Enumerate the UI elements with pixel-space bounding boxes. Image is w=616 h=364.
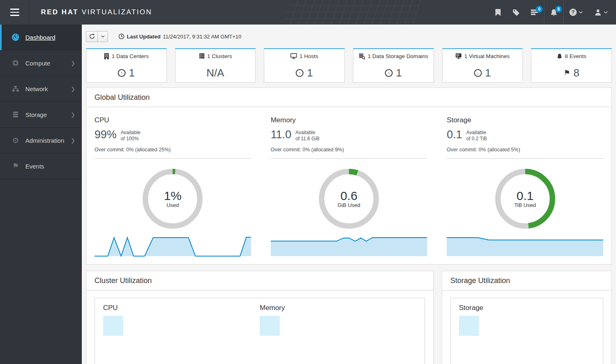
divider [94,158,251,159]
hamburger-icon [10,9,19,10]
cpu-available-value: 99% [94,129,117,140]
card-data-centers[interactable]: 1 Data Centers ↑ 1 [86,48,167,83]
last-updated: Last Updated 11/24/2017, 9:31:32 AM GMT+… [119,34,241,40]
brand-bold: RED HAT [41,8,79,16]
refresh-icon [89,34,95,39]
virtual-machine-icon [455,53,462,59]
user-help-group [563,0,616,25]
heatmap-cell[interactable] [103,316,123,336]
bookmarks-button[interactable] [489,0,507,25]
storage-utilization-body: Storage > 90% 75-90% 65-75% < 65% [450,298,603,364]
sidebar-item-storage[interactable]: Storage ❯ [0,102,82,128]
help-menu-button[interactable] [564,0,589,25]
sidebar-item-label: Dashboard [25,34,55,41]
cluster-cpu-heatmap: CPU [103,304,260,364]
heatmap-cell[interactable] [260,316,280,336]
notifications-badge: 8 [555,6,562,13]
chevron-right-icon: ❯ [71,86,75,92]
card-title: 8 Events [565,53,587,60]
cpu-utilization-column: CPU 99% Available of 100% Over commit: 0… [94,116,251,257]
cpu-sparkline-chart [94,236,251,257]
notifications-button[interactable]: 8 [544,0,563,25]
card-title: 1 Virtual Machines [464,53,510,60]
sidebar: Dashboard Compute ❯ Network ❯ Storage ❯ … [0,25,82,364]
last-updated-value: 11/24/2017, 9:31:32 AM GMT+10 [163,34,241,40]
storage-utilization-title: Storage Utilization [442,271,612,290]
flag-icon: ⚑ [564,69,570,76]
available-label: Available [295,130,315,135]
user-menu-button[interactable] [589,0,616,25]
card-events[interactable]: 8 Events ⚑ 8 [531,48,612,83]
nav-toggle-button[interactable] [0,0,29,25]
card-value: 8 [573,67,579,78]
arrow-up-circle-icon: ↑ [296,69,304,77]
bookmark-icon [495,9,501,16]
refresh-button[interactable] [86,31,98,42]
masthead-decor-pattern [282,0,421,25]
chevron-down-icon [101,35,105,38]
chevron-down-icon [604,11,608,13]
chevron-right-icon: ❯ [71,112,75,118]
sidebar-item-compute[interactable]: Compute ❯ [0,50,82,76]
card-virtual-machines[interactable]: 1 Virtual Machines ↓ 1 [442,48,523,83]
memory-donut-label: GiB Used [337,202,360,208]
storage-sparkline-chart [447,236,603,257]
card-value: 1 [129,67,135,78]
sidebar-item-label: Administration [25,137,64,144]
storage-heading: Storage [447,116,603,124]
arrow-up-circle-icon: ↑ [385,69,393,77]
last-updated-label: Last Updated [127,34,160,40]
sidebar-item-label: Events [25,163,44,170]
memory-donut-chart: 0.6 GiB Used [319,169,379,229]
help-icon [569,9,577,16]
heatmap-label: CPU [103,304,260,312]
sidebar-item-network[interactable]: Network ❯ [0,76,82,102]
card-clusters[interactable]: 1 Clusters N/A [175,48,256,83]
compute-chip-icon [11,59,20,67]
storage-donut-value: 0.1 [517,189,534,202]
storage-utilization-column: Storage 0.1 Available of 0.2 TiB Over co… [447,116,603,257]
masthead: RED HATVIRTUALIZATION 0 8 [0,0,616,25]
storage-available-value: 0.1 [447,129,462,140]
chevron-right-icon: ❯ [71,60,75,66]
storage-heatmap: Storage [459,304,527,364]
cluster-memory-heatmap: Memory [260,304,416,364]
card-data-storage-domains[interactable]: 1 Data Storage Domains ↑ 1 [353,48,434,83]
cluster-utilization-title: Cluster Utilization [86,271,433,290]
cluster-utilization-body: CPU Memory > 90% 75-90% 65-75% < 65% [94,298,425,364]
masthead-actions: 0 8 [489,0,616,25]
cluster-utilization-panel: Cluster Utilization CPU Memory > 90% 75-… [86,271,434,364]
available-of: of 100% [121,136,139,142]
memory-utilization-column: Memory 11.0 Available of 11.6 GiB Over c… [271,116,427,257]
cpu-donut-value: 1% [164,189,182,202]
bottom-panels: Cluster Utilization CPU Memory > 90% 75-… [86,271,612,364]
tasks-button[interactable]: 0 [525,0,544,25]
tag-icon [513,9,519,16]
memory-heading: Memory [271,116,427,124]
brand-rest: VIRTUALIZATION [82,8,152,16]
storage-utilization-panel: Storage Utilization Storage > 90% 75-90%… [442,271,612,364]
sidebar-item-dashboard[interactable]: Dashboard [0,25,82,50]
divider [447,158,603,159]
heatmap-label: Storage [459,304,527,312]
available-of: of 0.2 TiB [466,136,487,142]
clock-icon [119,34,124,39]
heatmap-cell[interactable] [459,316,479,336]
refresh-toolbar: Last Updated 11/24/2017, 9:31:32 AM GMT+… [86,29,612,43]
sidebar-item-administration[interactable]: ⚙ Administration ❯ [0,128,82,153]
chevron-right-icon: ❯ [71,137,75,144]
card-title: 1 Data Storage Domains [368,53,428,60]
tags-button[interactable] [507,0,525,25]
card-hosts[interactable]: 1 Hosts ↑ 1 [264,48,345,83]
sidebar-item-label: Network [25,85,48,92]
storage-donut-chart: 0.1 TiB Used [495,169,555,229]
sidebar-item-events[interactable]: ⚑ Events [0,153,82,179]
refresh-menu-button[interactable] [98,31,108,42]
dashboard-gauge-icon [11,33,20,42]
available-of: of 11.6 GiB [295,136,319,142]
storage-overcommit: Over commit: 0% (allocated 5%) [447,147,603,153]
building-icon [104,53,109,59]
cpu-heading: CPU [94,116,251,124]
dashboard-content: Last Updated 11/24/2017, 9:31:32 AM GMT+… [82,25,616,364]
card-value: 1 [396,67,402,78]
